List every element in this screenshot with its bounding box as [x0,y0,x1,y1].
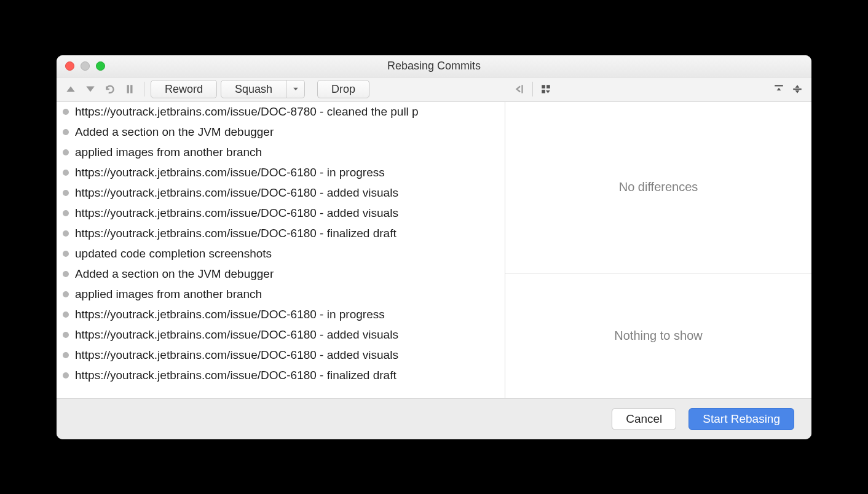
commit-message: https://youtrack.jetbrains.com/issue/DOC… [75,328,505,342]
commit-message: https://youtrack.jetbrains.com/issue/DOC… [75,166,505,179]
commit-dot-icon [57,190,75,196]
commit-row[interactable]: https://youtrack.jetbrains.com/issue/DOC… [57,305,505,325]
content-area: https://youtrack.jetbrains.com/issue/DOC… [57,102,811,399]
minimize-icon [81,61,90,71]
commit-row[interactable]: https://youtrack.jetbrains.com/issue/DOC… [57,203,505,224]
dialog-window: Rebasing Commits Reword Squash Drop [57,55,811,439]
diff-lower-placeholder: Nothing to show [505,273,811,398]
squash-button[interactable]: Squash [221,80,286,98]
close-icon[interactable] [65,61,74,71]
commit-message: https://youtrack.jetbrains.com/issue/DOC… [75,206,505,220]
commit-row[interactable]: Added a section on the JVM debugger [57,122,505,143]
commit-dot-icon [57,312,75,318]
commit-dot-icon [57,352,75,358]
commit-dot-icon [57,271,75,277]
commit-dot-icon [57,129,75,135]
commit-row[interactable]: updated code completion screenshots [57,244,505,264]
cancel-button[interactable]: Cancel [612,408,676,430]
svg-rect-1 [130,85,132,93]
commit-dot-icon [57,372,75,378]
start-rebasing-button[interactable]: Start Rebasing [688,408,794,430]
drop-button[interactable]: Drop [317,80,369,98]
window-controls [57,61,105,71]
commit-message: https://youtrack.jetbrains.com/issue/DOC… [75,308,505,321]
commit-row[interactable]: https://youtrack.jetbrains.com/issue/DOC… [57,224,505,244]
commit-message: https://youtrack.jetbrains.com/issue/DOC… [75,369,505,382]
commit-dot-icon [57,210,75,216]
commit-row[interactable]: https://youtrack.jetbrains.com/issue/DOC… [57,345,505,366]
commit-dot-icon [57,109,75,115]
commit-message: updated code completion screenshots [75,247,505,261]
commit-row[interactable]: https://youtrack.jetbrains.com/issue/DOC… [57,325,505,345]
commit-message: Added a section on the JVM debugger [75,125,505,139]
commit-dot-icon [57,170,75,176]
expand-all-icon[interactable] [771,81,787,97]
commit-dot-icon [57,149,75,155]
undo-icon[interactable] [102,81,118,97]
commit-row[interactable]: applied images from another branch [57,284,505,305]
pause-icon[interactable] [122,81,138,97]
window-title: Rebasing Commits [57,60,811,73]
commit-message: Added a section on the JVM debugger [75,267,505,281]
commit-message: applied images from another branch [75,288,505,301]
separator [144,82,144,96]
svg-rect-2 [542,85,545,88]
commit-dot-icon [57,251,75,257]
commit-message: applied images from another branch [75,146,505,159]
commit-message: https://youtrack.jetbrains.com/issue/DOC… [75,227,505,240]
commit-message: https://youtrack.jetbrains.com/issue/DOC… [75,186,505,200]
move-down-icon[interactable] [82,81,98,97]
svg-rect-3 [546,85,550,88]
titlebar: Rebasing Commits [57,55,811,77]
commit-list[interactable]: https://youtrack.jetbrains.com/issue/DOC… [57,102,505,398]
move-up-icon[interactable] [63,81,79,97]
commit-dot-icon [57,332,75,338]
diff-upper-placeholder: No differences [505,102,811,274]
commit-message: https://youtrack.jetbrains.com/issue/DOC… [75,105,505,119]
commit-row[interactable]: applied images from another branch [57,143,505,163]
toolbar: Reword Squash Drop [57,77,811,102]
dialog-footer: Cancel Start Rebasing [57,399,811,439]
reword-button[interactable]: Reword [151,80,217,98]
diff-panel: No differences Nothing to show [505,102,811,398]
svg-rect-0 [127,85,129,93]
commit-dot-icon [57,291,75,297]
commit-dot-icon [57,230,75,237]
commit-row[interactable]: https://youtrack.jetbrains.com/issue/DOC… [57,183,505,203]
svg-rect-4 [542,90,545,93]
separator [532,82,533,96]
maximize-icon[interactable] [96,61,105,71]
commit-row[interactable]: https://youtrack.jetbrains.com/issue/DOC… [57,163,505,183]
commit-row[interactable]: https://youtrack.jetbrains.com/issue/DOC… [57,102,505,122]
commit-message: https://youtrack.jetbrains.com/issue/DOC… [75,348,505,362]
commit-row[interactable]: https://youtrack.jetbrains.com/issue/DOC… [57,366,505,386]
commit-row[interactable]: Added a section on the JVM debugger [57,264,505,284]
collapse-all-icon[interactable] [789,81,805,97]
jump-to-source-icon[interactable] [511,81,527,97]
group-by-icon[interactable] [538,81,554,97]
squash-dropdown-icon[interactable] [286,80,305,98]
